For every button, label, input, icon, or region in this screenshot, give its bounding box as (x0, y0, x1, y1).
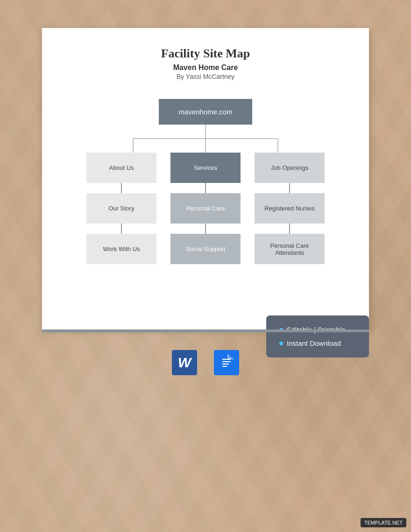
connector-jobs-2 (289, 224, 290, 234)
bullet-icon-2 (279, 342, 283, 345)
doc-bottom-border (42, 329, 369, 332)
root-node: mavenhome.com (159, 99, 252, 125)
sitemap-columns: About Us Our Story Work With Us Services… (86, 153, 325, 264)
node-registered-nurses: Registered Nurses (255, 193, 325, 224)
svg-rect-7 (222, 361, 231, 362)
node-personal-care: Personal Care (170, 193, 241, 224)
sitemap-diagram: mavenhome.com About Us Our Story Work Wi… (61, 99, 350, 264)
connector-about-1 (121, 183, 122, 193)
node-services: Services (170, 153, 241, 183)
svg-rect-5 (220, 354, 234, 371)
node-our-story: Our Story (86, 193, 156, 224)
connector-services-2 (205, 224, 206, 234)
feature-badge: Editable | Printable Instant Download (266, 315, 369, 357)
node-personal-care-attendants: Personal Care Attendants (255, 234, 325, 264)
node-about-us: About Us (86, 153, 156, 183)
feature-label-2: Instant Download (287, 339, 341, 347)
document: Facility Site Map Maven Home Care By Yas… (42, 28, 369, 329)
template-badge: TEMPLATE.NET (361, 518, 406, 527)
node-job-openings: Job Openings (255, 153, 325, 183)
column-services: Services Personal Care Social Support (170, 153, 241, 264)
node-social-support: Social Support (170, 234, 241, 264)
node-work-with-us: Work With Us (86, 234, 156, 264)
svg-rect-8 (222, 364, 229, 364)
docs-icon (214, 350, 239, 375)
column-about: About Us Our Story Work With Us (86, 153, 156, 264)
svg-rect-9 (222, 366, 227, 367)
connector-jobs-1 (289, 183, 290, 193)
bottom-icons (168, 346, 243, 379)
word-icon-box[interactable] (168, 346, 201, 379)
connector-services-1 (205, 183, 206, 193)
word-icon (172, 350, 197, 375)
column-jobs: Job Openings Registered Nurses Personal … (255, 153, 325, 264)
feature-badge-item-2: Instant Download (279, 339, 356, 347)
connector-lines (98, 125, 313, 153)
connector-about-2 (121, 224, 122, 234)
document-subtitle: Maven Home Care (61, 63, 350, 72)
document-author: By Yassi McCartney (61, 73, 350, 80)
document-title: Facility Site Map (61, 47, 350, 61)
docs-icon-box[interactable] (210, 346, 243, 379)
